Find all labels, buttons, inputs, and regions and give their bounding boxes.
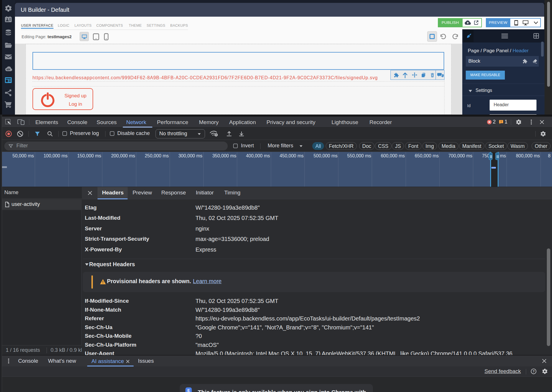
svg-text:?: ? <box>533 370 535 373</box>
